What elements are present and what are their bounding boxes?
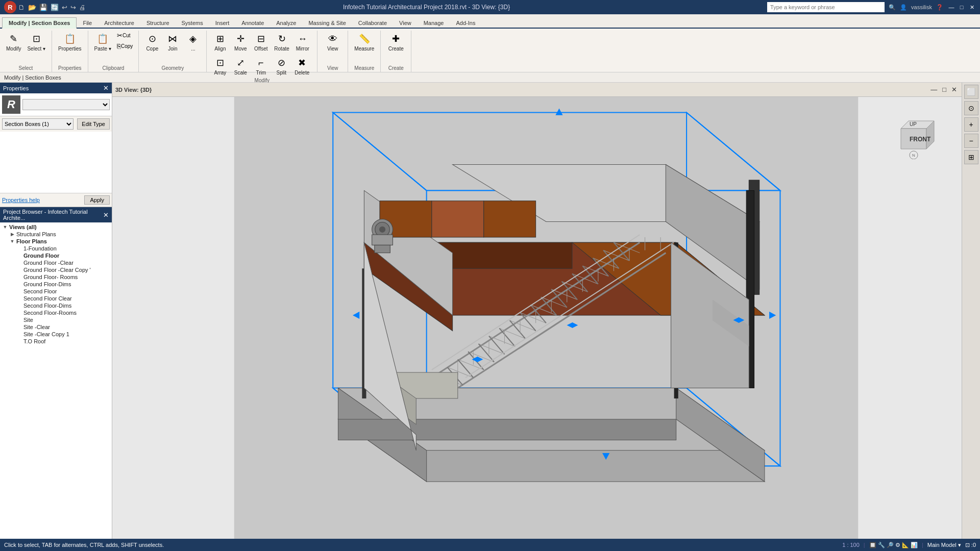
create-btn[interactable]: ✚ Create [386, 31, 406, 53]
close-btn[interactable]: ✕ [968, 4, 976, 11]
maximize-btn[interactable]: □ [958, 4, 966, 11]
tree-item-1[interactable]: ▶Structural Plans [0, 231, 112, 238]
tree-item-12[interactable]: Second Floor-Rooms [0, 309, 112, 316]
select-dropdown-btn[interactable]: ⊡ Select ▾ [25, 31, 47, 53]
zoom-all-btn[interactable]: ⊞ [964, 150, 978, 164]
paste-btn[interactable]: 📋 Paste ▾ [92, 31, 113, 53]
undo-btn[interactable]: ↩ [62, 4, 67, 11]
steering-wheels-btn[interactable]: ⊙ [964, 101, 978, 115]
tab-analyze[interactable]: Analyze [270, 18, 302, 28]
statusbar-right: 1 : 100 | 🔲 🔧 🔎 ⚙ 📐 📊 | Main Model ▾ ⊡ :… [842, 542, 976, 548]
tab-structure[interactable]: Structure [140, 18, 176, 28]
tree-toggle-0[interactable]: ▼ [2, 224, 8, 230]
properties-footer: Properties help Apply [0, 193, 112, 207]
create-icon: ✚ [389, 32, 403, 46]
scale-selector[interactable]: 1 : 100 [842, 542, 860, 548]
rotate-icon: ↻ [275, 32, 289, 46]
open-btn[interactable]: 📂 [28, 4, 36, 11]
tab-file[interactable]: File [77, 18, 98, 28]
tab-architecture[interactable]: Architecture [98, 18, 140, 28]
properties-panel: Properties ✕ R Section Boxes (1) Edit Ty… [0, 83, 112, 207]
select-icon: ⊡ [29, 32, 43, 46]
apply-button[interactable]: Apply [84, 195, 110, 205]
tab-massing-site[interactable]: Massing & Site [302, 18, 352, 28]
tree-item-16[interactable]: T.O Roof [0, 338, 112, 345]
viewport-close-btn[interactable]: ✕ [950, 85, 959, 94]
browser-close-btn[interactable]: ✕ [103, 211, 109, 219]
new-btn[interactable]: 🗋 [18, 4, 25, 11]
tab-manage[interactable]: Manage [418, 18, 450, 28]
view-btn[interactable]: 👁 View [324, 31, 342, 53]
tree-item-13[interactable]: Site [0, 316, 112, 323]
array-btn[interactable]: ⊡ Array [211, 55, 229, 77]
minimize-btn[interactable]: — [947, 4, 955, 11]
tree-item-2[interactable]: ▼Floor Plans [0, 238, 112, 245]
tab-collaborate[interactable]: Collaborate [352, 18, 393, 28]
tree-item-4[interactable]: Ground Floor [0, 252, 112, 259]
tab-add-ins[interactable]: Add-Ins [450, 18, 481, 28]
redo-btn[interactable]: ↪ [70, 4, 76, 11]
scale-btn[interactable]: ⤢ Scale [231, 55, 250, 77]
properties-type-dropdown[interactable] [22, 99, 110, 110]
rotate-btn[interactable]: ↻ Rotate [272, 31, 291, 53]
main-area: Properties ✕ R Section Boxes (1) Edit Ty… [0, 83, 980, 539]
tab-insert[interactable]: Insert [209, 18, 236, 28]
geometry-extra-btn[interactable]: ◈ ... [184, 31, 202, 53]
tree-item-0[interactable]: ▼Views (all) [0, 223, 112, 231]
edit-type-button[interactable]: Edit Type [77, 118, 110, 130]
tab-annotate[interactable]: Annotate [235, 18, 270, 28]
modify-tool-btn[interactable]: ✎ Modify [4, 31, 23, 53]
app-logo[interactable]: R [4, 1, 16, 13]
offset-btn[interactable]: ⊟ Offset [252, 31, 270, 53]
tree-item-3[interactable]: 1-Foundation [0, 245, 112, 252]
viewcube[interactable]: FRONT UP N [888, 108, 929, 149]
join-btn[interactable]: ⋈ Join [163, 31, 182, 53]
copy-btn[interactable]: ⎘ Copy [115, 41, 134, 51]
tree-toggle-1[interactable]: ▶ [9, 232, 15, 237]
properties-help-link[interactable]: Properties help [2, 197, 40, 203]
viewport[interactable]: 3D View: {3D} — □ ✕ [112, 83, 980, 539]
sync-btn[interactable]: 🔄 [51, 4, 59, 11]
tree-toggle-2[interactable]: ▼ [9, 239, 15, 244]
tree-item-6[interactable]: Ground Floor -Clear Copy ' [0, 266, 112, 273]
tree-item-11[interactable]: Second Floor-Dims [0, 302, 112, 309]
tree-item-7[interactable]: Ground Floor- Rooms [0, 273, 112, 281]
align-btn[interactable]: ⊞ Align [211, 31, 229, 53]
zoom-out-btn[interactable]: − [964, 134, 978, 148]
mirror-x-icon: ↔ [296, 32, 310, 46]
viewport-minimize-btn[interactable]: — [929, 85, 939, 94]
workset-selector[interactable]: Main Model ▾ [927, 542, 961, 548]
tree-item-14[interactable]: Site -Clear [0, 323, 112, 331]
cut-btn[interactable]: ✂ Cut [115, 31, 134, 40]
tree-item-15[interactable]: Site -Clear Copy 1 [0, 331, 112, 338]
building-3d-view: ◂▸ ◂▸ ◂▸ [112, 97, 980, 539]
trim-btn[interactable]: ⌐ Trim [252, 55, 270, 77]
tree-item-10[interactable]: Second Floor Clear [0, 295, 112, 302]
properties-btn[interactable]: 📋 Properties [56, 31, 84, 53]
print-btn[interactable]: 🖨 [79, 4, 86, 11]
tab-systems[interactable]: Systems [176, 18, 209, 28]
move-btn[interactable]: ✛ Move [231, 31, 250, 53]
properties-close-btn[interactable]: ✕ [103, 84, 109, 92]
view-3d-btn[interactable]: ⬜ [964, 85, 978, 99]
mirror-x-btn[interactable]: ↔ Mirror [293, 31, 312, 53]
properties-title: Properties [3, 85, 29, 91]
measure-btn[interactable]: 📏 Measure [352, 31, 376, 53]
viewport-maximize-btn[interactable]: □ [941, 85, 948, 94]
delete-btn[interactable]: ✖ Delete [292, 55, 311, 77]
tree-item-5[interactable]: Ground Floor -Clear [0, 259, 112, 266]
group-label-measure: Measure [354, 64, 374, 72]
save-btn[interactable]: 💾 [39, 4, 47, 11]
tree-item-8[interactable]: Ground Floor-Dims [0, 281, 112, 288]
help-btn[interactable]: ❓ [936, 4, 943, 11]
zoom-in-btn[interactable]: + [964, 117, 978, 132]
detail-level-icon: ⊡ :0 [965, 542, 976, 548]
cope-btn[interactable]: ⊙ Cope [143, 31, 161, 53]
search-icon[interactable]: 🔍 [889, 4, 896, 11]
instance-selector[interactable]: Section Boxes (1) [2, 118, 74, 130]
tab-view[interactable]: View [393, 18, 418, 28]
tree-item-9[interactable]: Second Floor [0, 288, 112, 295]
tab-modify-section-boxes[interactable]: Modify | Section Boxes [2, 17, 77, 29]
split-btn[interactable]: ⊘ Split [272, 55, 290, 77]
search-input[interactable] [767, 2, 885, 12]
